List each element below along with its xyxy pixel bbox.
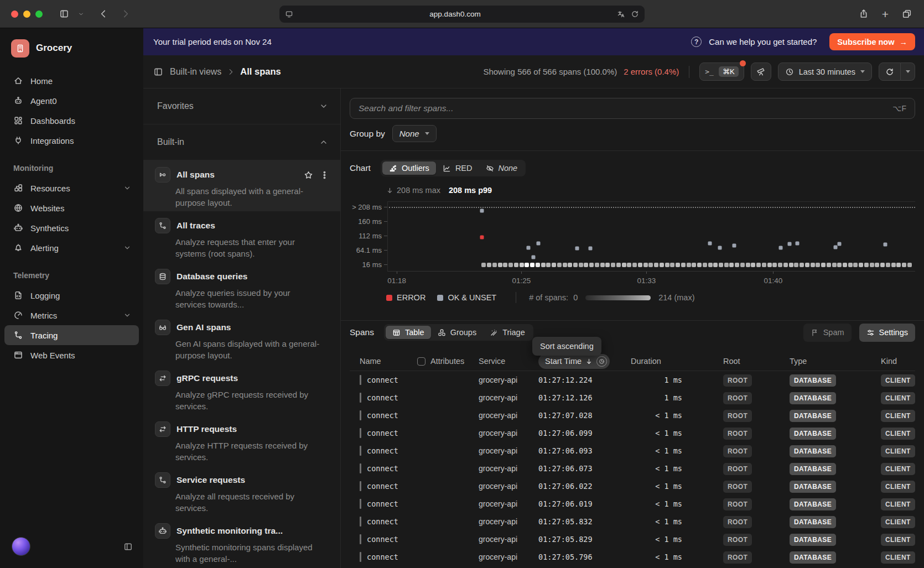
table-row[interactable]: connectgrocery-api01:27:05.832< 1 msROOT… bbox=[350, 513, 915, 530]
view-item-gen-ai-spans[interactable]: Gen AI spansGen AI spans displayed with … bbox=[143, 313, 340, 364]
avatar[interactable] bbox=[12, 537, 30, 556]
reload-icon[interactable] bbox=[631, 10, 639, 18]
table-row[interactable]: connectgrocery-api01:27:12.1261 msROOTDA… bbox=[350, 389, 915, 407]
attributes-checkbox[interactable] bbox=[417, 357, 425, 366]
chart-mode-outliers[interactable]: Outliers bbox=[382, 161, 436, 175]
view-item-database-queries[interactable]: Database queriesAnalyze queries issued b… bbox=[143, 262, 340, 313]
span-density-cell bbox=[843, 263, 847, 267]
org-switcher[interactable]: Grocery bbox=[0, 37, 143, 60]
favorites-section-header[interactable]: Favorites bbox=[143, 88, 340, 124]
browser-sidebar-icon[interactable] bbox=[59, 9, 69, 19]
table-row[interactable]: connectgrocery-api01:27:05.796< 1 msROOT… bbox=[350, 548, 915, 566]
sidebar-item-web-events[interactable]: Web Events bbox=[4, 345, 139, 365]
back-icon[interactable] bbox=[98, 9, 108, 19]
span-point bbox=[532, 256, 536, 259]
table-row[interactable]: connectgrocery-api01:27:06.019< 1 msROOT… bbox=[350, 495, 915, 513]
address-bar[interactable]: app.dash0.com bbox=[279, 6, 645, 23]
column-service[interactable]: Service bbox=[479, 357, 538, 366]
search-input[interactable]: Search and filter spans... ⌥F bbox=[350, 98, 915, 119]
view-item-all-spans[interactable]: All spansAll spans displayed with a gene… bbox=[143, 160, 340, 211]
share-icon[interactable] bbox=[859, 9, 869, 19]
settings-button[interactable]: Settings bbox=[859, 324, 915, 342]
sidebar-item-synthetics[interactable]: Synthetics bbox=[4, 218, 139, 238]
tab-table[interactable]: Table bbox=[386, 326, 431, 339]
service-cell: grocery-api bbox=[479, 411, 538, 420]
collapse-sidebar-icon[interactable] bbox=[123, 542, 133, 551]
sidebar-item-resources[interactable]: Resources bbox=[4, 178, 139, 198]
spam-button[interactable]: Spam bbox=[803, 324, 852, 342]
close-window-button[interactable] bbox=[11, 11, 18, 18]
builtin-section-header[interactable]: Built-in bbox=[143, 124, 340, 160]
sidebar-item-integrations[interactable]: Integrations bbox=[4, 131, 139, 150]
table-row[interactable]: connectgrocery-api01:27:06.099< 1 msROOT… bbox=[350, 424, 915, 442]
column-start-time-sort[interactable]: Start Time bbox=[538, 354, 610, 369]
breadcrumb-parent[interactable]: Built-in views bbox=[170, 67, 221, 77]
sidebar-item-dashboards[interactable]: Dashboards bbox=[4, 111, 139, 131]
view-item-grpc-requests[interactable]: gRPC requestsAnalyze gRPC requests recei… bbox=[143, 364, 340, 415]
view-item-http-requests[interactable]: HTTP requestsAnalyze HTTP requests recei… bbox=[143, 415, 340, 466]
service-cell: grocery-api bbox=[479, 553, 538, 561]
forward-icon[interactable] bbox=[121, 9, 131, 19]
command-palette-button[interactable]: >_ ⌘K bbox=[699, 62, 744, 81]
span-density-cell bbox=[665, 263, 669, 267]
duration-cell: < 1 ms bbox=[631, 553, 697, 561]
chevron-down-icon[interactable] bbox=[78, 11, 84, 17]
view-item-synthetic-monitoring-tra[interactable]: Synthetic monitoring tra...Synthetic mon… bbox=[143, 517, 340, 567]
row-accent-bar bbox=[360, 517, 361, 527]
clock-icon bbox=[785, 67, 794, 76]
sidebar-item-logging[interactable]: Logging bbox=[4, 285, 139, 305]
view-item-service-requests[interactable]: Service requestsAnalyze all requests rec… bbox=[143, 466, 340, 517]
clock-toggle[interactable] bbox=[596, 356, 607, 367]
column-attributes[interactable]: Attributes bbox=[430, 357, 464, 366]
divider bbox=[689, 66, 689, 78]
time-range-picker[interactable]: Last 30 minutes bbox=[778, 62, 872, 81]
sidebar-item-alerting[interactable]: Alerting bbox=[4, 238, 139, 258]
view-item-all-traces[interactable]: All tracesAnalyze requests that enter yo… bbox=[143, 211, 340, 262]
table-row[interactable]: connectgrocery-api01:27:07.028< 1 msROOT… bbox=[350, 407, 915, 424]
column-root[interactable]: Root bbox=[723, 357, 790, 366]
error-span-point bbox=[480, 236, 484, 239]
refresh-icon bbox=[885, 67, 894, 76]
column-name[interactable]: Name bbox=[360, 357, 417, 366]
panel-left-icon[interactable] bbox=[153, 67, 163, 77]
table-row[interactable]: connectgrocery-api01:27:06.073< 1 msROOT… bbox=[350, 460, 915, 477]
chart-plot-area[interactable] bbox=[387, 201, 915, 272]
tab-triage[interactable]: Triage bbox=[483, 326, 532, 339]
minimize-window-button[interactable] bbox=[23, 11, 30, 18]
column-duration[interactable]: Duration bbox=[631, 357, 697, 366]
new-tab-icon[interactable]: + bbox=[882, 8, 889, 20]
chart-mode-red[interactable]: RED bbox=[436, 161, 479, 175]
sidebar-item-metrics[interactable]: Metrics bbox=[4, 305, 139, 325]
tab-groups[interactable]: Groups bbox=[431, 326, 484, 339]
column-kind[interactable]: Kind bbox=[881, 357, 915, 366]
refresh-options-button[interactable] bbox=[901, 62, 915, 81]
sidebar-item-home[interactable]: Home bbox=[4, 71, 139, 91]
maximize-window-button[interactable] bbox=[35, 11, 43, 18]
span-point bbox=[733, 244, 736, 248]
chart-mode-none[interactable]: None bbox=[479, 161, 525, 175]
column-type[interactable]: Type bbox=[790, 357, 881, 366]
help-icon[interactable]: ? bbox=[691, 37, 702, 47]
table-row[interactable]: connectgrocery-api01:27:05.829< 1 msROOT… bbox=[350, 530, 915, 548]
sidebar-item-websites[interactable]: Websites bbox=[4, 198, 139, 218]
error-count[interactable]: 2 errors (0.4%) bbox=[624, 67, 679, 76]
span-density-cell bbox=[821, 263, 826, 267]
group-by-select[interactable]: None bbox=[392, 125, 437, 142]
table-row[interactable]: connectgrocery-api01:27:06.022< 1 msROOT… bbox=[350, 477, 915, 495]
table-row[interactable]: connectgrocery-api01:27:12.2241 msROOTDA… bbox=[350, 371, 915, 389]
span-density-cell bbox=[864, 263, 869, 267]
explore-button[interactable] bbox=[751, 62, 771, 81]
url-text[interactable]: app.dash0.com bbox=[293, 10, 617, 18]
subscribe-button[interactable]: Subscribe now→ bbox=[829, 33, 915, 50]
table-row[interactable]: connectgrocery-api01:27:06.093< 1 msROOT… bbox=[350, 442, 915, 460]
sidebar-item-tracing[interactable]: Tracing bbox=[4, 325, 139, 345]
span-point bbox=[588, 246, 592, 250]
translate-icon[interactable] bbox=[617, 10, 625, 18]
tab-overview-icon[interactable] bbox=[902, 9, 912, 19]
kebab-menu-icon[interactable] bbox=[320, 170, 329, 180]
star-icon[interactable] bbox=[304, 170, 313, 180]
view-description: Gen AI spans displayed with a general-pu… bbox=[175, 338, 320, 361]
sidebar-item-agent0[interactable]: Agent0 bbox=[4, 91, 139, 111]
refresh-button[interactable] bbox=[879, 62, 901, 81]
span-density-cell bbox=[676, 263, 680, 267]
